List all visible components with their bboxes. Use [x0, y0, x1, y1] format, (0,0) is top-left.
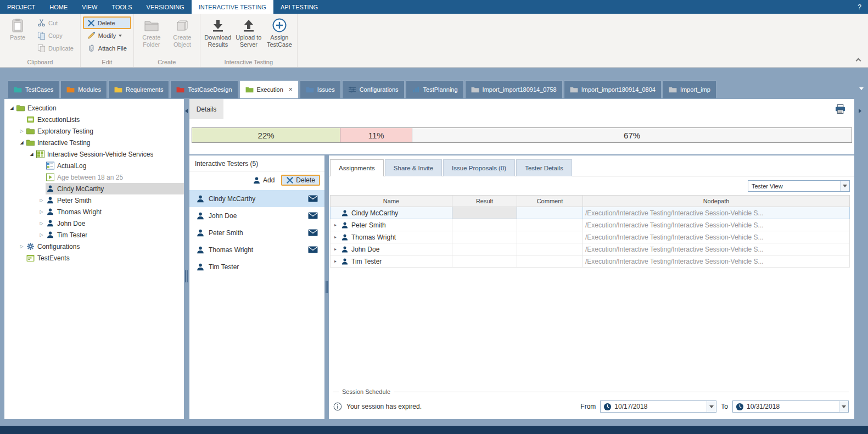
tree-item-execution[interactable]: ◢ Execution [4, 102, 184, 114]
upload-to-server-button[interactable]: Upload to Server [233, 15, 264, 49]
collapse-icon[interactable]: ▷ [37, 210, 46, 214]
delete-tester-button[interactable]: Delete [281, 175, 320, 186]
tab-configurations[interactable]: Configurations [342, 80, 405, 98]
attach-file-button[interactable]: Attach File [83, 42, 131, 54]
print-button[interactable] [835, 99, 845, 119]
tree-item-john-doe[interactable]: ▷ John Doe [4, 218, 184, 229]
result-cell[interactable] [452, 243, 517, 255]
mail-icon[interactable] [308, 212, 318, 219]
assignment-row[interactable]: ▸Thomas Wright /Execution/Interactive Te… [331, 231, 850, 243]
collapse-icon[interactable]: ▷ [18, 244, 26, 249]
assignment-row[interactable]: ▸John Doe /Execution/Interactive Testing… [331, 243, 850, 255]
menu-versioning[interactable]: VERSIONING [139, 0, 192, 14]
tab-modules[interactable]: Modules [60, 80, 107, 98]
tab-requirements[interactable]: Requirements [108, 80, 169, 98]
tab-testcasedesign[interactable]: TestCaseDesign [170, 80, 238, 98]
tab-details[interactable]: Details [189, 99, 223, 119]
help-button[interactable]: ? [851, 0, 868, 14]
collapse-icon[interactable]: ▷ [18, 129, 26, 133]
tab-share-invite[interactable]: Share & Invite [385, 159, 442, 176]
paste-button[interactable]: Paste [2, 15, 33, 42]
expand-icon[interactable]: ◢ [8, 106, 16, 110]
tab-tester-details[interactable]: Tester Details [516, 159, 572, 176]
row-expand-icon[interactable]: ▸ [333, 235, 338, 240]
to-date-picker[interactable]: 10/31/2018 [732, 400, 849, 413]
result-cell[interactable] [452, 231, 517, 243]
column-header-name[interactable]: Name [331, 196, 452, 207]
tree-item-cindy-mccarthy[interactable]: Cindy McCarthy [4, 183, 184, 194]
result-cell[interactable] [452, 219, 517, 231]
tab-testcases[interactable]: TestCases [8, 80, 59, 98]
tree-item-interactive-session[interactable]: ◢ Interactive Session-Vehicle Services [4, 148, 184, 160]
tab-execution[interactable]: Execution × [239, 80, 299, 98]
tree-item-thomas-wright[interactable]: ▷ Thomas Wright [4, 206, 184, 218]
copy-button[interactable]: Copy [33, 29, 78, 42]
assignment-row[interactable]: ▸Tim Tester /Execution/Interactive Testi… [331, 255, 850, 268]
comment-cell[interactable] [517, 231, 583, 243]
collapse-icon[interactable]: ▷ [37, 198, 46, 203]
comment-cell[interactable] [517, 243, 583, 255]
close-icon[interactable]: × [289, 86, 293, 93]
tester-list-item[interactable]: Tim Tester [189, 258, 324, 275]
duplicate-button[interactable]: Duplicate [33, 42, 78, 54]
collapse-icon[interactable]: ▷ [37, 233, 46, 237]
tester-view-select[interactable]: Tester View [748, 180, 850, 192]
menu-api-testing[interactable]: API TESTING [273, 0, 325, 14]
assignment-row[interactable]: ▸Peter Smith /Execution/Interactive Test… [331, 219, 850, 231]
expand-icon[interactable]: ◢ [27, 152, 36, 157]
delete-button[interactable]: Delete [83, 16, 131, 29]
modify-dropdown-icon[interactable] [119, 35, 122, 37]
menu-tools[interactable]: TOOLS [104, 0, 139, 14]
collapse-right-button[interactable] [859, 109, 861, 113]
date-dropdown-button[interactable] [707, 401, 716, 412]
add-tester-button[interactable]: Add [253, 176, 275, 185]
collapse-tree-button[interactable] [185, 109, 188, 113]
create-object-button[interactable]: Create Object [167, 15, 198, 49]
row-expand-icon[interactable]: ▸ [333, 247, 338, 252]
tab-issues[interactable]: Issues [300, 80, 341, 98]
tree-item-testevents[interactable]: TestEvents [4, 252, 184, 264]
tester-list-item[interactable]: Thomas Wright [189, 241, 324, 258]
mail-icon[interactable] [308, 195, 318, 202]
tab-testplanning[interactable]: TestPlanning [406, 80, 464, 98]
menu-home[interactable]: HOME [42, 0, 75, 14]
tree-splitter[interactable] [185, 270, 188, 282]
column-header-result[interactable]: Result [452, 196, 517, 207]
tree-item-exploratory-testing[interactable]: ▷ Exploratory Testing [4, 125, 184, 137]
tab-import-0804[interactable]: Import_import180914_0804 [564, 80, 662, 98]
tree-item-tim-tester[interactable]: ▷ Tim Tester [4, 229, 184, 241]
tab-overflow-button[interactable] [859, 84, 864, 92]
mail-icon[interactable] [308, 246, 318, 253]
tree-item-executionlists[interactable]: ExecutionLists [4, 114, 184, 125]
ribbon-collapse-button[interactable] [856, 58, 861, 64]
menu-view[interactable]: VIEW [75, 0, 104, 14]
collapse-icon[interactable]: ▷ [37, 221, 46, 226]
tab-import-truncated[interactable]: Import_imp [663, 80, 716, 98]
download-results-button[interactable]: Download Results [203, 15, 233, 49]
tester-list-item[interactable]: John Doe [189, 207, 324, 224]
modify-button[interactable]: Modify [83, 29, 131, 42]
column-header-comment[interactable]: Comment [517, 196, 583, 207]
select-dropdown-button[interactable] [840, 181, 849, 191]
mail-icon[interactable] [308, 229, 318, 236]
row-expand-icon[interactable]: ▸ [333, 259, 338, 264]
tree-item-configurations[interactable]: ▷ Configurations [4, 241, 184, 252]
row-expand-icon[interactable]: ▸ [333, 223, 338, 227]
column-header-nodepath[interactable]: Nodepath [583, 196, 850, 207]
tester-list-item[interactable]: Peter Smith [189, 224, 324, 241]
comment-cell[interactable] [517, 219, 583, 231]
tester-list-item[interactable]: Cindy McCarthy [189, 190, 324, 207]
menu-project[interactable]: PROJECT [0, 0, 42, 14]
tree-item-actuallog[interactable]: ActualLog [4, 160, 184, 171]
comment-cell[interactable] [517, 255, 583, 268]
tab-import-0758[interactable]: Import_import180914_0758 [465, 80, 563, 98]
tree-item-age-between[interactable]: Age between 18 an 25 [4, 171, 184, 183]
result-cell[interactable] [452, 255, 517, 268]
create-folder-button[interactable]: Create Folder [136, 15, 167, 49]
date-dropdown-button[interactable] [839, 401, 848, 412]
tab-assignments[interactable]: Assignments [330, 159, 384, 176]
tab-issue-proposals[interactable]: Issue Proposals (0) [443, 159, 515, 176]
tree-item-interactive-testing[interactable]: ◢ Interactive Testing [4, 137, 184, 148]
result-cell[interactable] [452, 207, 517, 219]
assign-testcase-button[interactable]: Assign TestCase [264, 15, 295, 49]
